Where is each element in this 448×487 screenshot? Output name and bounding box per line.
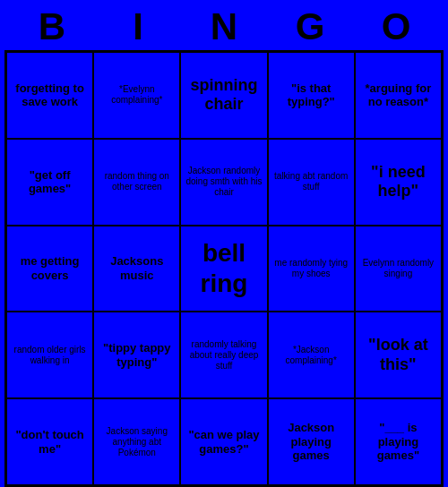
cell-11: Jacksons music bbox=[93, 226, 180, 312]
cell-text-14: Evelynn randomly singing bbox=[358, 258, 438, 279]
cell-9: "i need help" bbox=[355, 139, 442, 226]
cell-text-21: Jackson saying anything abt Pokémon bbox=[97, 426, 177, 458]
cell-24: "___ is playing games" bbox=[355, 398, 442, 485]
cell-5: "get off games" bbox=[6, 139, 93, 226]
cell-text-20: "don't touch me" bbox=[10, 428, 90, 456]
cell-19: "look at this" bbox=[355, 312, 442, 398]
cell-text-22: "can we play games?" bbox=[184, 428, 263, 456]
cell-18: *Jackson complaining* bbox=[268, 312, 355, 398]
cell-text-1: *Evelynn complaining* bbox=[97, 84, 177, 106]
cell-12: bell ring bbox=[180, 226, 267, 312]
cell-7: Jackson randomly doing smth with his cha… bbox=[180, 139, 267, 226]
cell-text-13: me randomly tying my shoes bbox=[271, 258, 351, 279]
cell-text-16: "tippy tappy typing" bbox=[97, 341, 177, 369]
bingo-grid: forgetting to save work*Evelynn complain… bbox=[4, 50, 444, 487]
cell-text-2: spinning chair bbox=[184, 76, 263, 115]
cell-text-7: Jackson randomly doing smth with his cha… bbox=[184, 166, 263, 198]
cell-16: "tippy tappy typing" bbox=[93, 312, 180, 398]
cell-text-17: randomly talking about really deep stuff bbox=[184, 339, 263, 372]
cell-4: *arguing for no reason* bbox=[355, 52, 442, 139]
header-letter-i: I bbox=[99, 5, 177, 48]
cell-text-23: Jackson playing games bbox=[271, 421, 351, 463]
cell-text-12: bell ring bbox=[184, 238, 263, 298]
cell-text-6: random thing on other screen bbox=[97, 171, 177, 192]
cell-text-18: *Jackson complaining* bbox=[271, 345, 351, 366]
cell-text-0: forgetting to save work bbox=[10, 81, 90, 109]
cell-text-15: random older girls walking in bbox=[10, 345, 90, 366]
cell-20: "don't touch me" bbox=[6, 398, 93, 485]
header-letter-g: G bbox=[271, 5, 349, 48]
cell-text-5: "get off games" bbox=[10, 168, 90, 196]
cell-15: random older girls walking in bbox=[6, 312, 93, 398]
cell-17: randomly talking about really deep stuff bbox=[180, 312, 267, 398]
cell-8: talking abt random stuff bbox=[268, 139, 355, 226]
cell-text-11: Jacksons music bbox=[97, 254, 177, 282]
cell-text-10: me getting covers bbox=[10, 254, 90, 282]
header-letter-b: B bbox=[13, 5, 91, 48]
cell-3: "is that typing?" bbox=[268, 52, 355, 139]
cell-text-4: *arguing for no reason* bbox=[358, 81, 438, 109]
cell-text-9: "i need help" bbox=[358, 163, 438, 201]
cell-6: random thing on other screen bbox=[93, 139, 180, 226]
bingo-header: BINGO bbox=[0, 0, 448, 50]
cell-1: *Evelynn complaining* bbox=[93, 52, 180, 139]
cell-text-8: talking abt random stuff bbox=[271, 171, 351, 192]
cell-text-19: "look at this" bbox=[358, 336, 438, 374]
cell-22: "can we play games?" bbox=[180, 398, 267, 485]
cell-13: me randomly tying my shoes bbox=[268, 226, 355, 312]
cell-14: Evelynn randomly singing bbox=[355, 226, 442, 312]
cell-10: me getting covers bbox=[6, 226, 93, 312]
cell-23: Jackson playing games bbox=[268, 398, 355, 485]
cell-2: spinning chair bbox=[180, 52, 267, 139]
header-letter-n: N bbox=[185, 5, 263, 48]
cell-21: Jackson saying anything abt Pokémon bbox=[93, 398, 180, 485]
cell-text-24: "___ is playing games" bbox=[358, 421, 438, 463]
cell-0: forgetting to save work bbox=[6, 52, 93, 139]
header-letter-o: O bbox=[357, 5, 435, 48]
cell-text-3: "is that typing?" bbox=[271, 81, 351, 109]
